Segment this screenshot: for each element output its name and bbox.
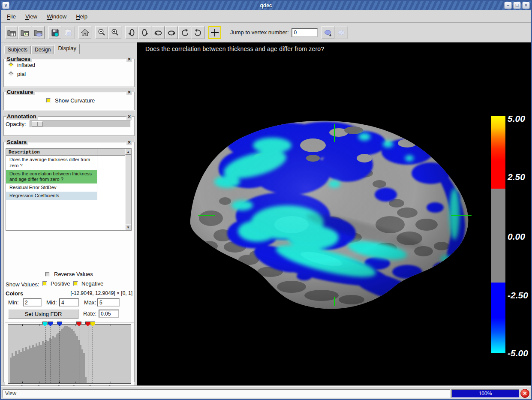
radio-selected-icon [8,62,14,68]
menu-window[interactable]: Window [47,13,66,20]
threshold-marker[interactable] [48,322,53,326]
add-selection-label-icon [323,28,333,37]
open-data-table-button[interactable] [5,26,18,39]
colorbar-tick-label: -2.50 [508,290,528,301]
roll-counterclockwise-button[interactable] [178,26,191,39]
reset-view-home-icon [80,28,90,37]
threshold-marker[interactable] [76,322,81,326]
threshold-histogram: -9.-6.-2.2.6.9. [5,322,134,391]
checkbox-checked-icon [46,98,51,103]
tab-subjects[interactable]: Subjects [4,45,31,54]
max-input[interactable] [97,298,120,307]
save-screenshot-button[interactable] [62,26,75,39]
reset-view-button[interactable] [78,26,91,39]
threshold-marker[interactable] [42,322,48,326]
rotate-up-icon [153,28,163,37]
mid-label: Mid: [46,299,57,306]
rotate-right-button[interactable] [138,26,151,39]
menu-bar: File View Window Help [1,11,531,23]
progress-bar: 100% [451,389,519,398]
table-row-selected[interactable]: Does the correlation between thickness a… [6,170,97,184]
menu-help[interactable]: Help [76,13,87,20]
maximize-icon[interactable]: □ [513,2,521,9]
scrollbar-thumb[interactable] [125,155,131,224]
minimize-icon[interactable]: – [504,2,512,9]
save-data-table-button[interactable] [48,26,61,39]
surfaces-section: Surfaces × inflated pial [3,59,135,87]
cursor-tick-right [451,215,472,216]
roll-clockwise-button[interactable] [192,26,204,39]
toolbar: Jump to vertex number: [1,23,531,42]
rotate-left-button[interactable] [125,26,138,39]
annotation-section: Annotation × Opacity: [3,116,135,136]
tab-design[interactable]: Design [31,45,54,54]
open-annotation-button[interactable] [18,26,31,39]
rotate-up-button[interactable] [152,26,165,39]
threshold-marker[interactable] [57,322,62,326]
table-scrollbar[interactable]: ▲ ▼ [125,149,131,230]
menu-file[interactable]: File [7,13,16,20]
show-curvature-checkbox[interactable]: Show Curvature [46,97,134,104]
opacity-slider-handle[interactable] [32,121,43,126]
set-using-fdr-button[interactable]: Set Using FDR [8,309,78,319]
control-panel: Subjects Design Display Surfaces × infla… [1,42,137,386]
cursor-tick-top [334,124,335,142]
radio-unselected-icon [8,71,14,77]
positive-checkbox[interactable]: Positive [42,280,70,287]
qdec-window: v qdec – □ × File View Window Help [0,0,532,400]
colors-label: Colors [6,290,23,297]
tab-display[interactable]: Display [54,44,80,54]
rate-input[interactable] [99,310,119,318]
zoom-out-icon [97,28,106,37]
jump-to-vertex-input[interactable] [292,28,318,37]
mid-input[interactable] [59,298,79,307]
curvature-close-icon[interactable]: × [126,89,132,95]
table-row[interactable]: Residual Error StdDev [6,183,97,192]
surface-option-inflated[interactable]: inflated [9,62,134,68]
select-vertex-button[interactable] [208,26,221,39]
zoom-in-icon [110,28,120,37]
surfaces-close-icon[interactable]: × [126,56,132,62]
opacity-slider[interactable] [30,120,131,127]
save-data-table-icon [50,28,60,37]
opacity-label: Opacity: [6,121,26,127]
reverse-values-checkbox[interactable]: Reverse Values [45,271,93,277]
table-row[interactable]: Does the average thickness differ from z… [6,156,97,170]
scroll-up-icon[interactable]: ▲ [125,149,131,155]
surface-option-pial[interactable]: pial [9,71,134,77]
brain-surface-render[interactable] [184,117,476,310]
colorbar-tick-label: 0.00 [508,232,525,242]
title-bar[interactable]: v qdec – □ × [1,1,531,10]
viewer-question-title: Does the correlation between thickness a… [145,45,324,52]
table-header-description[interactable]: Description [6,149,97,155]
checkbox-checked-icon [42,281,47,286]
value-range-text: [-12.9049, 12.9049] × [0, 1] [71,290,132,296]
remove-selection-label-icon [337,28,346,37]
add-selection-label-button[interactable] [322,26,334,39]
menu-view[interactable]: View [25,13,37,20]
table-row[interactable]: Regression Coefficients [6,192,97,200]
render-view[interactable]: Does the correlation between thickness a… [137,42,531,386]
panel-tabs: Subjects Design Display [4,44,80,54]
rotate-down-icon [167,28,176,37]
open-label-button[interactable] [32,26,45,39]
roll-counterclockwise-icon [180,28,189,37]
cancel-progress-icon[interactable]: ✕ [520,389,529,398]
threshold-marker[interactable] [85,322,90,326]
select-vertex-crosshair-icon [210,28,219,37]
overlay-colorbar [491,116,505,353]
close-icon[interactable]: × [522,2,530,9]
status-message: View [3,389,450,398]
zoom-in-button[interactable] [108,26,121,39]
save-screenshot-icon [63,28,73,37]
rotate-down-button[interactable] [165,26,178,39]
scroll-down-icon[interactable]: ▼ [125,224,131,230]
checkbox-unchecked-icon [45,272,50,277]
cursor-tick-left [198,215,215,216]
remove-selection-label-button[interactable] [335,26,348,39]
zoom-out-button[interactable] [95,26,108,39]
min-input[interactable] [23,298,42,307]
colorbar-tick-label: 2.50 [508,172,525,182]
negative-checkbox[interactable]: Negative [73,280,103,287]
surfaces-title: Surfaces [6,56,32,62]
